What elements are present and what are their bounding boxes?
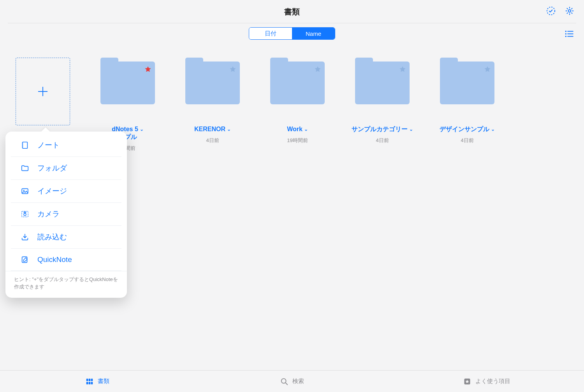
- folder-name[interactable]: デザインサンプル ⌄: [440, 125, 495, 133]
- folder-name-line: サンプルカテゴリー: [352, 125, 408, 133]
- folder-item: デザインサンプル ⌄ 4日前: [440, 58, 494, 144]
- popover-hint: ヒント: "+"をダブルタップするとQuickNoteを作成できます: [5, 271, 127, 297]
- chevron-down-icon: ⌄: [409, 127, 413, 132]
- svg-rect-21: [86, 381, 88, 384]
- folder-name[interactable]: KERENOR ⌄: [194, 125, 231, 133]
- camera-icon: [20, 209, 30, 219]
- folder-timestamp: 4日前: [206, 137, 219, 144]
- folder-item: Work ⌄ 19時間前: [270, 58, 325, 144]
- svg-rect-23: [91, 381, 93, 384]
- star-icon[interactable]: [314, 65, 322, 73]
- svg-point-2: [565, 31, 566, 32]
- gear-icon[interactable]: [565, 6, 574, 17]
- sort-bar: 日付 Name: [8, 27, 576, 46]
- tab-favorites[interactable]: よく使う項目: [389, 371, 584, 392]
- folder-open[interactable]: [270, 58, 325, 104]
- menu-label: カメラ: [37, 209, 60, 219]
- svg-rect-22: [89, 381, 91, 384]
- star-icon[interactable]: [484, 65, 491, 73]
- create-popover: ノート フォルダ イメージ カメラ 読み込む QuickNote ヒント: "+…: [5, 132, 127, 298]
- tab-label: よく使う項目: [475, 378, 510, 385]
- tab-documents[interactable]: 書類: [0, 371, 195, 392]
- plus-icon: [36, 84, 50, 98]
- create-image[interactable]: イメージ: [11, 180, 121, 203]
- star-icon: [463, 377, 471, 386]
- bottom-tabbar: 書類 検索 よく使う項目: [0, 370, 584, 392]
- folder-open[interactable]: [185, 58, 240, 104]
- folder-open[interactable]: [355, 58, 410, 104]
- svg-point-4: [565, 36, 566, 37]
- folder-item: KERENOR ⌄ 4日前: [185, 58, 240, 144]
- sort-by-date[interactable]: 日付: [249, 28, 292, 39]
- create-note[interactable]: ノート: [11, 134, 121, 157]
- folder-name[interactable]: Work ⌄: [287, 125, 308, 133]
- folder-name-line: KERENOR: [194, 125, 225, 133]
- import-file[interactable]: 読み込む: [11, 226, 121, 249]
- add-new-cell: [16, 58, 70, 125]
- menu-label: イメージ: [37, 186, 67, 196]
- menu-label: 読み込む: [37, 232, 67, 242]
- image-icon: [20, 186, 30, 196]
- star-icon[interactable]: [229, 65, 237, 73]
- sync-status-icon[interactable]: [546, 6, 556, 17]
- tab-label: 書類: [98, 378, 109, 385]
- chevron-down-icon: ⌄: [140, 127, 144, 132]
- tab-search[interactable]: 検索: [195, 371, 389, 392]
- svg-rect-16: [24, 212, 26, 213]
- svg-rect-19: [89, 378, 91, 381]
- folder-timestamp: 4日前: [461, 137, 473, 144]
- star-icon[interactable]: [144, 65, 152, 73]
- folder-item: サンプルカテゴリー ⌄ 4日前: [355, 58, 410, 144]
- sort-by-name[interactable]: Name: [292, 28, 335, 39]
- folder-open[interactable]: [100, 58, 155, 104]
- folder-name-line: デザインサンプル: [440, 125, 489, 133]
- search-icon: [280, 377, 288, 386]
- import-icon: [20, 232, 30, 242]
- folder-open[interactable]: [440, 58, 494, 104]
- list-view-toggle-icon[interactable]: [564, 29, 574, 40]
- add-new-button[interactable]: [16, 58, 70, 125]
- svg-line-25: [286, 383, 288, 385]
- create-quicknote[interactable]: QuickNote: [11, 249, 121, 271]
- header-bar: 書類: [8, 0, 576, 23]
- page-title: 書類: [284, 6, 300, 17]
- notebook-icon: [20, 141, 30, 150]
- folder-timestamp: 4日前: [376, 137, 389, 144]
- folder-name[interactable]: サンプルカテゴリー ⌄: [352, 125, 413, 133]
- edit-icon: [20, 255, 30, 264]
- grid-icon: [85, 377, 94, 386]
- menu-label: フォルダ: [37, 163, 67, 173]
- chevron-down-icon: ⌄: [227, 127, 231, 132]
- folder-timestamp: 19時間前: [287, 137, 308, 144]
- folder-name-line: Work: [287, 125, 303, 133]
- header-actions: [546, 6, 574, 17]
- svg-rect-11: [23, 142, 24, 149]
- svg-point-1: [568, 9, 571, 12]
- svg-rect-18: [86, 378, 88, 381]
- chevron-down-icon: ⌄: [491, 127, 495, 132]
- sort-segmented-control: 日付 Name: [249, 27, 335, 40]
- svg-point-3: [565, 33, 566, 34]
- svg-point-24: [281, 378, 286, 383]
- tab-label: 検索: [292, 378, 304, 385]
- create-folder[interactable]: フォルダ: [11, 157, 121, 180]
- svg-rect-20: [91, 378, 93, 381]
- menu-label: ノート: [37, 140, 60, 150]
- chevron-down-icon: ⌄: [304, 127, 308, 132]
- svg-point-13: [23, 190, 25, 191]
- folder-icon: [20, 163, 30, 173]
- create-camera[interactable]: カメラ: [11, 203, 121, 226]
- svg-point-15: [24, 213, 26, 216]
- star-icon[interactable]: [399, 65, 406, 73]
- menu-label: QuickNote: [37, 255, 72, 264]
